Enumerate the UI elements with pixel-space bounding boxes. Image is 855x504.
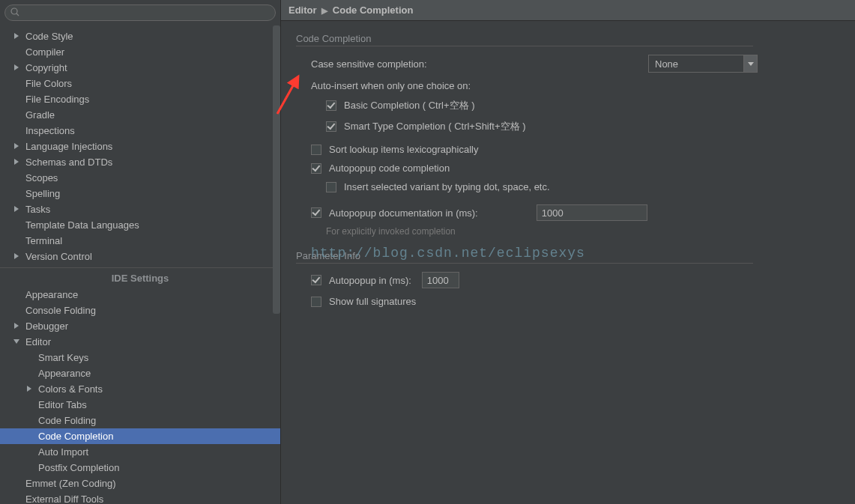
case-sensitive-row: Case sensitive completion: None [296,51,840,76]
tree-item-label: Terminal [25,235,62,246]
autopopup-ms-row: Autopopup in (ms): [296,268,840,292]
basic-completion-row: Basic Completion ( Ctrl+空格 ) [296,95,840,116]
tree-item[interactable]: Tasks [0,201,280,217]
tree-item-label: Editor Tabs [38,399,87,410]
basic-completion-label: Basic Completion ( Ctrl+空格 ) [344,99,474,112]
autopopup-doc-checkbox[interactable] [311,207,321,218]
arrow-placeholder [13,174,21,182]
tree-item[interactable]: Code Completion [0,428,280,444]
breadcrumb-root[interactable]: Editor [288,4,317,16]
basic-completion-checkbox[interactable] [326,100,336,111]
tree-item[interactable]: Spelling [0,186,280,201]
tree-item-label: File Colors [25,78,72,89]
tree-item[interactable]: Gradle [0,107,280,123]
tree-item[interactable]: Inspections [0,123,280,139]
tree-item[interactable]: Emmet (Zen Coding) [0,476,280,491]
tree-item-label: Code Completion [38,431,113,442]
tree-item[interactable]: Editor Tabs [0,397,280,413]
tree-item[interactable]: Scopes [0,170,280,186]
tree-item[interactable]: File Encodings [0,91,280,107]
tree-item-label: Postfix Completion [38,462,119,473]
settings-tree: Code StyleCompilerCopyrightFile ColorsFi… [0,25,280,504]
tree-item[interactable]: Template Data Languages [0,217,280,233]
tree-item[interactable]: Postfix Completion [0,460,280,476]
insert-variant-row: Insert selected variant by typing dot, s… [296,177,840,196]
insert-variant-label: Insert selected variant by typing dot, s… [344,181,550,192]
chevron-right-icon [13,323,21,330]
show-full-row: Show full signatures [296,292,840,311]
tree-item[interactable]: Colors & Fonts [0,381,280,397]
tree-item-label: Code Folding [38,415,96,426]
tree-item[interactable]: Editor [0,334,280,350]
tree-item[interactable]: Copyright [0,60,280,76]
search-icon [10,7,19,19]
tree-item[interactable]: Schemas and DTDs [0,154,280,170]
autopopup-code-row: Autopopup code completion [296,159,840,177]
section-title: Parameter Info [296,250,753,264]
tree-item-label: Auto Import [38,446,88,458]
tree-item[interactable]: Language Injections [0,139,280,154]
parameter-info-section: Parameter Info Autopopup in (ms): Show f… [296,250,840,311]
chevron-right-icon [13,159,21,166]
autopopup-code-checkbox[interactable] [311,163,321,174]
tree-item[interactable]: Auto Import [0,444,280,460]
tree-item[interactable]: Smart Keys [0,350,280,365]
smart-completion-checkbox[interactable] [326,121,336,132]
arrow-placeholder [13,480,21,488]
case-sensitive-select[interactable]: None [648,55,758,73]
chevron-right-icon [26,386,34,393]
autopopup-ms-checkbox[interactable] [311,275,321,285]
sort-lookup-row: Sort lookup items lexicographically [296,140,840,159]
tree-item-label: Inspections [25,125,75,136]
search-wrap [0,0,280,25]
tree-item[interactable]: Terminal [0,233,280,249]
tree-item-label: Smart Keys [38,352,88,363]
chevron-right-icon [13,143,21,151]
ide-settings-header: IDE Settings [0,267,280,287]
tree-item-label: Copyright [25,62,67,73]
tree-item-label: Spelling [25,188,60,199]
chevron-down-icon [13,338,21,346]
insert-variant-checkbox[interactable] [326,182,336,192]
scrollbar[interactable] [273,25,280,314]
auto-insert-row: Auto-insert when only one choice on: [296,76,840,95]
show-full-checkbox[interactable] [311,297,321,307]
sort-lookup-checkbox[interactable] [311,145,321,155]
tree-item-label: Appearance [38,368,91,379]
arrow-placeholder [26,354,34,362]
tree-item-label: Version Control [25,251,92,262]
tree-item[interactable]: External Diff Tools [0,491,280,504]
tree-item-label: External Diff Tools [25,494,103,504]
chevron-right-icon [13,206,21,213]
tree-item-label: Emmet (Zen Coding) [25,478,116,489]
search-input[interactable] [4,4,276,21]
arrow-placeholder [13,190,21,198]
case-sensitive-label: Case sensitive completion: [311,58,427,70]
autopopup-doc-row: Autopopup documentation in (ms): [296,201,840,225]
arrow-placeholder [13,49,21,56]
tree-item[interactable]: Appearance [0,365,280,381]
tree-item-label: Gradle [25,109,55,121]
tree-item[interactable]: Code Folding [0,413,280,428]
tree-item[interactable]: Version Control [0,249,280,264]
autopopup-ms-input[interactable] [422,272,459,288]
tree-item[interactable]: Appearance [0,287,280,303]
tree-item[interactable]: Compiler [0,44,280,60]
auto-insert-label: Auto-insert when only one choice on: [311,80,471,91]
autopopup-doc-input[interactable] [537,204,647,221]
tree-item[interactable]: Console Folding [0,303,280,318]
tree-item-label: Compiler [25,46,64,58]
tree-item[interactable]: Debugger [0,318,280,334]
tree-item-label: Console Folding [25,305,96,316]
smart-completion-row: Smart Type Completion ( Ctrl+Shift+空格 ) [296,116,840,137]
autopopup-code-label: Autopopup code completion [329,163,450,174]
smart-completion-label: Smart Type Completion ( Ctrl+Shift+空格 ) [344,120,526,133]
arrow-placeholder [26,449,34,456]
arrow-placeholder [13,112,21,119]
tree-item-label: Language Injections [25,141,112,152]
content: Code Completion Case sensitive completio… [281,21,855,504]
tree-item[interactable]: File Colors [0,76,280,91]
tree-item[interactable]: Code Style [0,28,280,44]
sort-lookup-label: Sort lookup items lexicographically [329,144,478,155]
tree-item-label: Scopes [25,172,58,183]
